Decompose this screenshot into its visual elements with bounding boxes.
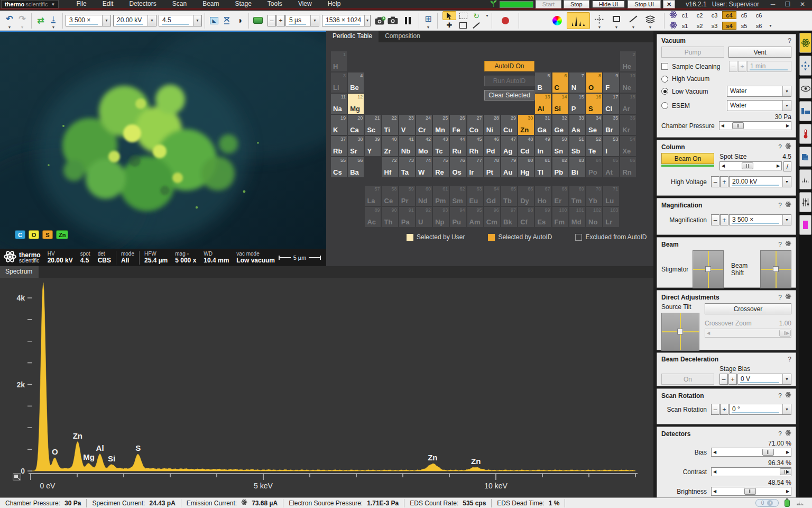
element-Mn[interactable]: 25Mn	[433, 115, 449, 135]
menu-tools[interactable]: Tools	[260, 0, 290, 9]
crossover-button[interactable]: Crossover	[705, 303, 791, 314]
area-analysis-dropdown[interactable]: ▼	[614, 26, 618, 29]
element-Se[interactable]: 34Se	[586, 115, 602, 135]
element-Ga[interactable]: 31Ga	[535, 115, 551, 135]
mag-plus-button[interactable]: +	[720, 214, 728, 225]
exchange-data-icon[interactable]: ⇄	[34, 14, 47, 28]
channel-s6[interactable]: s6	[752, 22, 766, 30]
gas-bottle-icon[interactable]	[784, 498, 790, 508]
brightness-slider[interactable]: ◀▶	[711, 487, 791, 496]
settings-atom-icon[interactable]	[785, 293, 791, 301]
stigmator-control[interactable]	[693, 250, 724, 288]
channel-c4[interactable]: c4	[722, 11, 736, 19]
channel-s4[interactable]: s4	[722, 22, 736, 30]
menu-beam[interactable]: Beam	[195, 0, 227, 9]
help-icon[interactable]: ?	[778, 392, 782, 400]
element-chip-O[interactable]: O	[29, 230, 39, 239]
timed-photo-icon[interactable]	[374, 14, 386, 28]
deceleration-on-button[interactable]: On	[661, 374, 714, 385]
magnification-combo[interactable]: 3 500 ×▼	[66, 15, 111, 26]
close-button[interactable]: ✕	[796, 1, 809, 8]
beam-shift-control[interactable]	[760, 250, 791, 288]
bias-slider[interactable]: ◀▶	[711, 448, 791, 457]
cleaning-time-field[interactable]: 1 min	[747, 61, 791, 72]
help-icon[interactable]: ?	[778, 241, 782, 248]
element-Al[interactable]: 13Al	[535, 94, 551, 114]
element-C[interactable]: 6C	[552, 72, 568, 93]
element-Cr[interactable]: 24Cr	[416, 115, 432, 135]
redo-button[interactable]: ↷	[16, 12, 29, 26]
element-Tl[interactable]: 81Tl	[535, 157, 551, 177]
stop-ui-button[interactable]: Stop UI	[628, 0, 661, 8]
image-preview-icon[interactable]	[252, 14, 264, 28]
sem-image-viewport[interactable]: COSZn	[0, 31, 326, 249]
mag-minus-button[interactable]: –	[711, 214, 719, 225]
bias-minus-button[interactable]: –	[719, 374, 728, 385]
minimize-button[interactable]: ─	[767, 1, 779, 8]
element-Y[interactable]: 39Y	[365, 136, 381, 156]
contrast-icon[interactable]: ◑	[233, 14, 246, 28]
color-page-icon[interactable]	[799, 215, 811, 235]
element-Rb[interactable]: 37Rb	[331, 136, 347, 156]
resolution-combo[interactable]: 1536 × 1024▼	[322, 15, 371, 26]
maximize-button[interactable]: ☐	[781, 1, 794, 8]
quad-view-icon[interactable]: ⊞	[422, 12, 435, 26]
point-analysis-dropdown[interactable]: ▼	[597, 26, 601, 29]
element-Ge[interactable]: 32Ge	[552, 115, 568, 135]
channel-s2[interactable]: s2	[693, 22, 707, 30]
spot-size-slider[interactable]: ◀▶	[719, 161, 782, 170]
layers-dropdown[interactable]: ▼	[648, 26, 652, 29]
measure-line-tool-icon[interactable]	[470, 21, 483, 30]
element-Fe[interactable]: 26Fe	[450, 115, 466, 135]
beam-on-button[interactable]: Beam On	[661, 153, 714, 164]
brand-menu[interactable]: thermo scientific ▼	[1, 0, 59, 8]
element-chip-Zn[interactable]: Zn	[56, 230, 68, 239]
element-Cs[interactable]: 55Cs	[331, 157, 347, 177]
clear-selected-button[interactable]: Clear Selected	[484, 90, 534, 101]
element-P[interactable]: 15P	[569, 94, 585, 114]
menu-view[interactable]: View	[290, 0, 320, 9]
element-Os[interactable]: 76Os	[450, 157, 466, 177]
esem-radio[interactable]	[661, 102, 668, 109]
element-B[interactable]: 5B	[535, 72, 551, 93]
element-Sn[interactable]: 50Sn	[552, 136, 568, 156]
element-Hf[interactable]: 72Hf	[382, 157, 398, 177]
undo-dropdown[interactable]: ▼	[8, 26, 12, 29]
autoid-toggle-button[interactable]: AutoID On	[484, 61, 534, 71]
magnification-sidebar-combo[interactable]: 3 500 ×▼	[729, 214, 791, 225]
help-icon[interactable]: ?	[788, 356, 791, 363]
element-Cd[interactable]: 48Cd	[518, 136, 534, 156]
pump-button[interactable]: Pump	[661, 47, 724, 58]
selection-rect-tool-icon[interactable]	[457, 11, 469, 20]
voltage-combo[interactable]: 20.00 kV▼	[113, 15, 156, 26]
element-Te[interactable]: 52Te	[586, 136, 602, 156]
settings-atom-icon[interactable]	[785, 143, 791, 151]
channel-c1[interactable]: c1	[678, 11, 692, 19]
help-icon[interactable]: ?	[778, 294, 782, 301]
close-scan-button[interactable]: ✕	[663, 0, 675, 8]
element-Ni[interactable]: 28Ni	[484, 115, 500, 135]
stage-bias-combo[interactable]: 0 V▼	[737, 374, 791, 385]
tab-spectrum[interactable]: Spectrum	[0, 266, 39, 278]
element-Nb[interactable]: 41Nb	[399, 136, 415, 156]
element-Zn[interactable]: 30Zn	[518, 115, 534, 135]
menu-file[interactable]: File	[68, 0, 94, 9]
dwell-plus-button[interactable]: +	[276, 15, 285, 26]
element-O[interactable]: 8O	[586, 72, 602, 93]
element-Ti[interactable]: 22Ti	[382, 115, 398, 135]
hide-ui-button[interactable]: Hide UI	[592, 0, 626, 8]
element-N[interactable]: 7N	[569, 72, 585, 93]
channels-dropdown[interactable]: ▼	[769, 24, 772, 27]
quad-view-dropdown[interactable]: ▼	[427, 26, 430, 29]
element-Pt[interactable]: 78Pt	[484, 157, 500, 177]
tab-periodic-table[interactable]: Periodic Table	[326, 31, 379, 42]
element-Ba[interactable]: 56Ba	[348, 157, 364, 177]
element-Cl[interactable]: 17Cl	[603, 94, 619, 114]
processing-page-icon[interactable]	[799, 147, 811, 167]
source-tilt-control[interactable]	[661, 313, 699, 351]
settings-atom-icon[interactable]	[785, 240, 791, 248]
hv-plus-button[interactable]: +	[720, 176, 728, 187]
cleaning-minus-button[interactable]: –	[729, 61, 737, 72]
element-K[interactable]: 19K	[331, 115, 347, 135]
channel-s5[interactable]: s5	[737, 22, 751, 30]
